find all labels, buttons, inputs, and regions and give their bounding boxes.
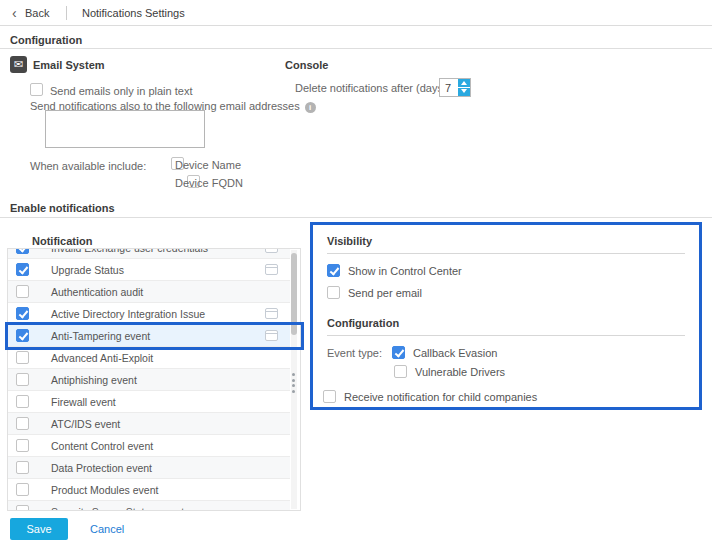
notification-row[interactable]: ATC/IDS event [8,413,290,435]
row-checkbox[interactable] [16,373,29,386]
section-divider [0,217,712,218]
row-label: Advanced Anti-Exploit [51,352,153,364]
receive-child-companies-label: Receive notification for child companies [344,391,537,403]
console-window-icon [265,308,278,319]
device-name-label: Device Name [175,159,241,171]
row-checkbox[interactable] [16,329,29,342]
visibility-divider [327,253,685,254]
notification-row[interactable]: Antiphishing event [8,369,290,391]
row-label: Product Modules event [51,484,158,496]
notification-list: Invalid Exchange user credentials Upgrad… [7,248,301,511]
show-in-control-center-label: Show in Control Center [348,265,462,277]
row-checkbox[interactable] [16,263,29,276]
callback-evasion-checkbox[interactable] [392,346,405,359]
page-title: Notifications Settings [82,7,185,19]
chevron-left-icon[interactable]: ‹ [12,4,17,22]
vulnerable-drivers-checkbox[interactable] [394,365,407,378]
row-checkbox[interactable] [16,505,29,510]
notification-row[interactable]: Content Control event [8,435,290,457]
row-label: Content Control event [51,440,153,452]
top-header: ‹ Back Notifications Settings [0,0,712,26]
notification-row[interactable]: Invalid Exchange user credentials [8,249,290,259]
scrollbar-thumb[interactable] [291,253,297,335]
callback-evasion-label: Callback Evasion [413,347,497,359]
notification-row[interactable]: Product Modules event [8,479,290,501]
notification-row[interactable]: Data Protection event [8,457,290,479]
row-label: Security Server Status event [51,506,184,511]
row-label: Anti-Tampering event [51,330,150,342]
row-label: Data Protection event [51,462,152,474]
row-checkbox[interactable] [16,395,29,408]
days-value[interactable]: 7 [445,82,451,94]
notification-detail-panel: Visibility Show in Control Center Send p… [310,222,702,410]
plain-text-label: Send emails only in plain text [50,85,192,97]
visibility-heading: Visibility [327,235,685,247]
event-type-label: Event type: [327,347,382,359]
vulnerable-drivers-label: Vulnerable Drivers [415,366,505,378]
notification-row[interactable]: Advanced Anti-Exploit [8,347,290,369]
notification-row[interactable]: Anti-Tampering event [8,325,290,347]
envelope-icon: ✉ [10,56,27,73]
send-per-email-checkbox[interactable] [327,286,340,299]
notification-row[interactable]: Firewall event [8,391,290,413]
detail-configuration-divider [327,335,685,336]
row-checkbox[interactable] [16,285,29,298]
delete-notifications-label: Delete notifications after (days): [295,82,450,94]
info-icon[interactable]: i [305,102,316,113]
row-checkbox[interactable] [16,351,29,364]
console-window-icon [265,264,278,275]
when-available-label: When available include: [30,160,146,172]
notification-row[interactable]: Security Server Status event [8,501,290,510]
stepper-down-icon[interactable] [458,87,470,96]
days-stepper[interactable]: 7 [439,78,471,97]
configuration-heading: Configuration [10,34,82,46]
save-button[interactable]: Save [10,518,68,540]
resize-grip-icon[interactable] [292,373,296,393]
detail-configuration-heading: Configuration [327,317,685,329]
send-per-email-label: Send per email [348,287,422,299]
header-divider [66,6,67,20]
row-checkbox[interactable] [16,307,29,320]
receive-child-companies-checkbox[interactable] [323,390,336,403]
notification-list-viewport[interactable]: Invalid Exchange user credentials Upgrad… [8,249,290,510]
row-label: Authentication audit [51,286,143,298]
device-fqdn-label: Device FQDN [175,177,243,189]
row-checkbox[interactable] [16,461,29,474]
notification-column-header: Notification [32,235,93,247]
cancel-button[interactable]: Cancel [90,523,124,535]
row-label: Antiphishing event [51,374,137,386]
email-system-title: Email System [33,59,105,71]
show-in-control-center-checkbox[interactable] [327,264,340,277]
notification-row[interactable]: Authentication audit [8,281,290,303]
console-window-icon [265,249,278,253]
row-label: Upgrade Status [51,264,124,276]
row-label: ATC/IDS event [51,418,120,430]
row-checkbox[interactable] [16,417,29,430]
row-checkbox[interactable] [16,483,29,496]
stepper-buttons [458,79,470,96]
console-title: Console [285,59,328,71]
row-checkbox[interactable] [16,249,29,254]
row-checkbox[interactable] [16,439,29,452]
notification-row[interactable]: Upgrade Status [8,259,290,281]
back-button[interactable]: Back [25,7,49,19]
row-label: Active Directory Integration Issue [51,308,205,320]
console-window-icon [265,330,278,341]
enable-notifications-heading: Enable notifications [10,202,115,214]
row-label: Invalid Exchange user credentials [51,249,208,254]
row-label: Firewall event [51,396,116,408]
section-divider [0,48,712,49]
notification-row[interactable]: Active Directory Integration Issue [8,303,290,325]
plain-text-checkbox[interactable] [30,83,43,96]
email-addresses-input[interactable] [45,110,205,148]
